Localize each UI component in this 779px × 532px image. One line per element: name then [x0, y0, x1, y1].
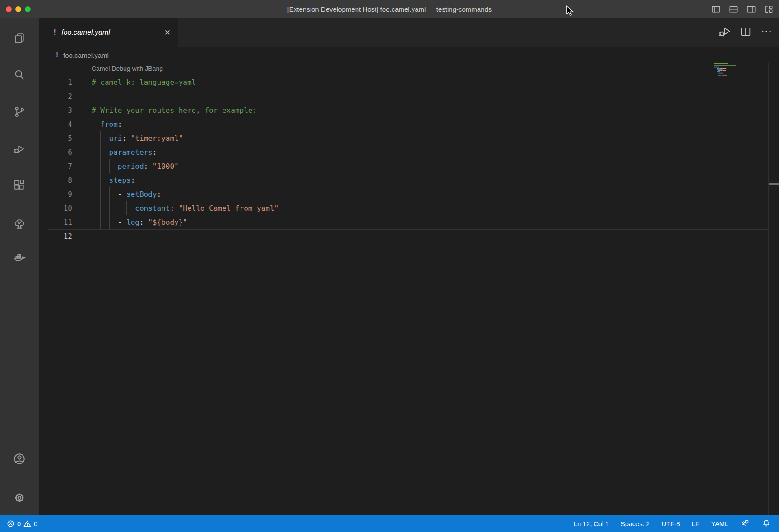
explorer-icon[interactable] [0, 27, 39, 50]
indent-guide [109, 187, 110, 201]
code-line-1[interactable]: 1# camel-k: language=yaml [39, 75, 779, 89]
line-content[interactable]: constant: "Hello Camel from yaml" [92, 201, 779, 215]
indent-guide [100, 173, 101, 187]
titlebar: [Extension Development Host] foo.camel.y… [0, 0, 779, 18]
customize-layout-icon[interactable] [763, 4, 774, 15]
code-line-9[interactable]: 9 - setBody: [39, 187, 779, 201]
line-number[interactable]: 11 [39, 215, 92, 229]
toggle-secondary-sidebar-icon[interactable] [746, 4, 757, 15]
code-line-10[interactable]: 10 constant: "Hello Camel from yaml" [39, 201, 779, 215]
indentation[interactable]: Spaces: 2 [621, 520, 650, 527]
window-title: [Extension Development Host] foo.camel.y… [0, 5, 779, 13]
language-mode[interactable]: YAML [711, 520, 728, 527]
line-number[interactable]: 2 [39, 89, 92, 103]
line-number[interactable]: 10 [39, 201, 92, 215]
extensions-icon[interactable] [0, 173, 39, 197]
tab-label: foo.camel.yaml [61, 28, 110, 37]
line-number[interactable]: 5 [39, 131, 92, 145]
line-number[interactable]: 7 [39, 159, 92, 173]
encoding[interactable]: UTF-8 [662, 520, 680, 527]
eol-sequence[interactable]: LF [692, 520, 700, 527]
line-content[interactable]: # Write your routes here, for example: [92, 103, 779, 117]
indent-guide [92, 159, 92, 173]
close-window-button[interactable] [6, 6, 12, 12]
notifications-bell-icon[interactable] [761, 518, 771, 529]
editor[interactable]: ! foo.camel.yaml Camel Debug with JBang … [39, 47, 779, 515]
split-editor-icon[interactable] [739, 25, 752, 40]
indent-guide [92, 215, 92, 229]
line-number[interactable]: 1 [39, 75, 92, 89]
search-icon[interactable] [0, 63, 39, 87]
more-actions-icon[interactable] [760, 25, 773, 40]
docker-icon[interactable] [0, 245, 39, 269]
maximize-window-button[interactable] [25, 6, 31, 12]
line-content[interactable]: # camel-k: language=yaml [92, 75, 779, 89]
cursor-position[interactable]: Ln 12, Col 1 [574, 520, 609, 527]
warning-count: 0 [34, 520, 37, 527]
indent-guide [92, 131, 92, 145]
line-content[interactable]: steps: [92, 173, 779, 187]
run-or-debug-icon[interactable] [718, 25, 731, 40]
titlebar-layout-actions [710, 0, 774, 18]
source-control-icon[interactable] [0, 100, 39, 124]
toggle-panel-icon[interactable] [728, 4, 739, 15]
code-line-6[interactable]: 6 parameters: [39, 145, 779, 159]
indent-guide [100, 187, 101, 201]
line-number[interactable]: 12 [39, 229, 92, 243]
indent-guide [92, 173, 92, 187]
overview-ruler-cursor-marker [769, 183, 779, 185]
account-icon[interactable] [0, 447, 39, 471]
main-area: ! foo.camel.yaml ✕ [0, 18, 779, 515]
editor-toolbar [718, 18, 773, 47]
tab-foo-camel-yaml[interactable]: ! foo.camel.yaml ✕ [39, 18, 178, 47]
line-content[interactable] [92, 229, 779, 243]
window-controls [6, 6, 31, 12]
indent-guide [109, 201, 110, 215]
indent-guide [100, 145, 101, 159]
indent-guide [92, 187, 92, 201]
indent-guide [100, 215, 101, 229]
feedback-icon[interactable] [740, 518, 750, 529]
tree-check-icon[interactable] [0, 213, 39, 236]
indent-guide [100, 159, 101, 173]
minimap[interactable] [714, 63, 744, 79]
code-line-4[interactable]: 4- from: [39, 117, 779, 131]
activity-bar [0, 18, 39, 515]
code-line-11[interactable]: 11 - log: "${body}" [39, 215, 779, 229]
line-content[interactable]: parameters: [92, 145, 779, 159]
line-number[interactable]: 8 [39, 173, 92, 187]
line-number[interactable]: 3 [39, 103, 92, 117]
code-lines: 1# camel-k: language=yaml23# Write your … [39, 75, 779, 243]
tab-bar: ! foo.camel.yaml ✕ [39, 18, 779, 47]
minimize-window-button[interactable] [15, 6, 21, 12]
line-content[interactable]: period: "1000" [92, 159, 779, 173]
yaml-file-icon: ! [55, 51, 59, 59]
settings-gear-icon[interactable] [0, 486, 39, 509]
line-number[interactable]: 6 [39, 145, 92, 159]
code-line-7[interactable]: 7 period: "1000" [39, 159, 779, 173]
line-content[interactable] [92, 89, 779, 103]
line-content[interactable]: uri: "timer:yaml" [92, 131, 779, 145]
code-line-2[interactable]: 2 [39, 89, 779, 103]
error-count: 0 [17, 520, 21, 527]
tab-close-icon[interactable]: ✕ [164, 29, 171, 37]
problems-indicator[interactable]: 0 0 [6, 519, 37, 528]
breadcrumb[interactable]: ! foo.camel.yaml [39, 47, 779, 63]
line-content[interactable]: - from: [92, 117, 779, 131]
editor-group: ! foo.camel.yaml ✕ [39, 18, 779, 515]
code-line-3[interactable]: 3# Write your routes here, for example: [39, 103, 779, 117]
line-content[interactable]: - log: "${body}" [92, 215, 779, 229]
scrollbar-rail[interactable] [768, 63, 769, 515]
codelens-camel-debug[interactable]: Camel Debug with JBang [39, 63, 779, 75]
code-line-8[interactable]: 8 steps: [39, 173, 779, 187]
yaml-file-icon: ! [52, 28, 57, 37]
code-line-12[interactable]: 12 [39, 229, 779, 243]
breadcrumb-file[interactable]: foo.camel.yaml [63, 51, 109, 59]
indent-guide [100, 201, 101, 215]
line-number[interactable]: 4 [39, 117, 92, 131]
line-content[interactable]: - setBody: [92, 187, 779, 201]
toggle-primary-sidebar-icon[interactable] [710, 4, 722, 15]
line-number[interactable]: 9 [39, 187, 92, 201]
run-debug-icon[interactable] [0, 137, 39, 161]
code-line-5[interactable]: 5 uri: "timer:yaml" [39, 131, 779, 145]
